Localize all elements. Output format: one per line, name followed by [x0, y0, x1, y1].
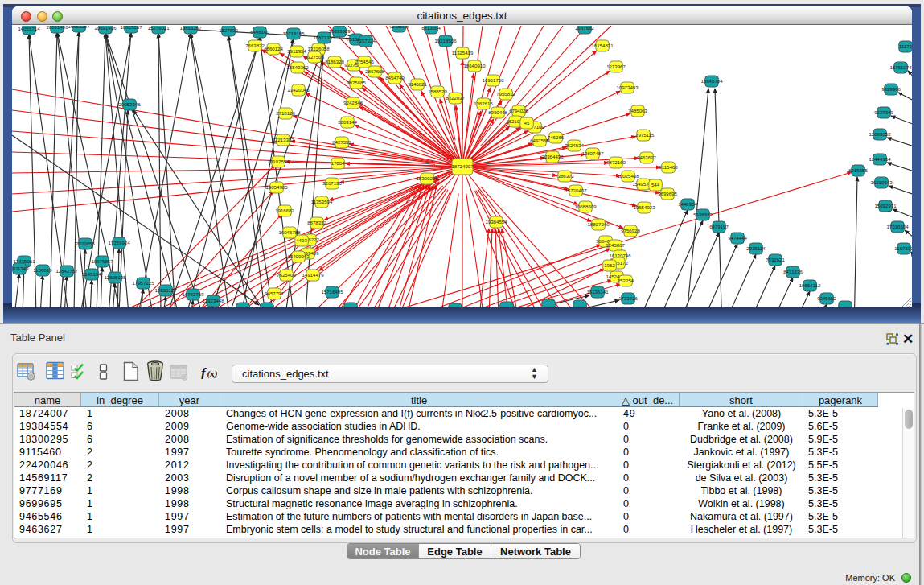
svg-text:7955812: 7955812: [496, 91, 515, 97]
svg-text:2020655: 2020655: [76, 241, 95, 246]
svg-text:19854985: 19854985: [265, 184, 288, 190]
svg-text:8215955: 8215955: [848, 167, 868, 173]
svg-text:17016504: 17016504: [886, 224, 909, 229]
svg-text:11173: 11173: [899, 43, 912, 49]
svg-text:2718126: 2718126: [276, 110, 295, 116]
svg-text:7625402: 7625402: [277, 272, 296, 278]
svg-text:16543362: 16543362: [286, 64, 309, 70]
svg-text:15409943: 15409943: [287, 253, 310, 259]
svg-text:11325419: 11325419: [452, 50, 474, 56]
svg-text:9218508: 9218508: [389, 26, 409, 29]
svg-text:8186328: 8186328: [325, 59, 344, 64]
svg-text:746266: 746266: [548, 134, 565, 140]
svg-text:1145194: 1145194: [82, 271, 101, 277]
svg-text:9227349: 9227349: [874, 109, 893, 115]
svg-text:1362615: 1362615: [474, 101, 493, 106]
svg-text:15136141: 15136141: [586, 289, 609, 295]
svg-text:23420046: 23420046: [287, 87, 310, 93]
svg-text:10688609: 10688609: [574, 204, 597, 209]
svg-text:7663822: 7663822: [245, 43, 265, 48]
svg-text:10973493: 10973493: [616, 84, 639, 90]
svg-text:8878332: 8878332: [307, 220, 326, 225]
svg-text:9474444: 9474444: [728, 235, 747, 241]
svg-text:16782759: 16782759: [182, 291, 204, 297]
svg-text:14914479: 14914479: [302, 272, 324, 278]
svg-text:9699695: 9699695: [658, 191, 677, 196]
svg-text:1440954: 1440954: [678, 201, 697, 207]
svg-text:4493: 4493: [296, 237, 307, 243]
svg-text:8454749: 8454749: [385, 75, 405, 80]
svg-text:1167531: 1167531: [894, 245, 912, 251]
svg-text:16961758: 16961758: [482, 77, 504, 83]
svg-text:19384554: 19384554: [485, 219, 507, 225]
svg-text:12975115: 12975115: [633, 132, 655, 138]
svg-text:9872160: 9872160: [606, 159, 626, 165]
svg-text:10107554: 10107554: [267, 159, 290, 164]
svg-text:1733426: 1733426: [618, 295, 638, 301]
svg-text:45: 45: [524, 120, 530, 126]
svg-text:1588520: 1588520: [428, 89, 447, 94]
svg-text:7386372: 7386372: [555, 173, 574, 179]
svg-text:10025438: 10025438: [617, 173, 639, 179]
svg-text:8471676: 8471676: [783, 269, 803, 274]
svg-text:9463627: 9463627: [637, 154, 656, 160]
svg-text:1952: 1952: [604, 262, 615, 268]
svg-text:20691406: 20691406: [94, 26, 117, 31]
svg-text:1156819: 1156819: [33, 267, 52, 273]
svg-text:12923448: 12923448: [202, 298, 224, 303]
svg-text:13226058: 13226058: [307, 46, 330, 51]
svg-text:20364436: 20364436: [541, 154, 564, 159]
svg-text:16046788: 16046788: [278, 229, 301, 235]
svg-text:16653287: 16653287: [68, 26, 90, 29]
svg-text:10655267: 10655267: [120, 26, 142, 30]
svg-text:10654112: 10654112: [799, 282, 821, 288]
svg-text:10958107: 10958107: [154, 287, 177, 293]
svg-text:19218506: 19218506: [434, 38, 457, 43]
svg-text:16648784: 16648784: [700, 78, 723, 84]
svg-text:15692971: 15692971: [874, 203, 897, 208]
svg-text:3875685: 3875685: [347, 80, 366, 85]
svg-text:9146821: 9146821: [408, 81, 427, 87]
svg-text:7485063: 7485063: [628, 108, 647, 113]
svg-text:12213383: 12213383: [272, 137, 294, 142]
svg-text:10807487: 10807487: [581, 150, 604, 156]
svg-text:17957225: 17957225: [132, 280, 154, 286]
svg-text:10719185: 10719185: [282, 31, 305, 36]
svg-text:18807249: 18807249: [587, 221, 610, 227]
svg-text:17004: 17004: [331, 160, 346, 166]
svg-text:20091406: 20091406: [46, 26, 68, 30]
svg-text:17359924: 17359924: [108, 240, 130, 245]
svg-text:18300295: 18300295: [416, 175, 438, 181]
svg-text:9115460: 9115460: [659, 164, 678, 170]
svg-text:2087682: 2087682: [575, 26, 594, 31]
svg-text:(x): (x): [207, 369, 218, 379]
svg-text:7632621: 7632621: [766, 257, 785, 262]
svg-text:5938923: 5938923: [693, 212, 713, 217]
svg-text:12842757: 12842757: [55, 268, 78, 274]
svg-text:16154831: 16154831: [591, 43, 614, 48]
svg-text:2754546: 2754546: [355, 59, 374, 64]
svg-text:6794028: 6794028: [509, 108, 528, 113]
svg-text:8813054: 8813054: [421, 26, 441, 31]
svg-text:3912954: 3912954: [287, 48, 306, 54]
svg-text:3911943: 3911943: [12, 266, 29, 271]
svg-text:9457791: 9457791: [265, 290, 284, 296]
svg-text:9327505: 9327505: [305, 54, 324, 60]
svg-text:1916682: 1916682: [275, 208, 294, 213]
svg-text:18640910: 18640910: [463, 63, 486, 68]
svg-text:8322037: 8322037: [446, 95, 465, 101]
svg-text:16033809: 16033809: [328, 28, 351, 34]
svg-text:15751074: 15751074: [889, 64, 912, 70]
svg-text:2867608: 2867608: [365, 68, 384, 74]
svg-text:11353594: 11353594: [311, 199, 333, 204]
svg-text:12444154: 12444154: [869, 156, 891, 162]
svg-text:1213967: 1213967: [606, 64, 626, 69]
svg-text:2935114: 2935114: [746, 245, 766, 251]
svg-text:16671355: 16671355: [313, 35, 335, 40]
svg-text:252254: 252254: [618, 278, 634, 283]
svg-text:15716485: 15716485: [321, 289, 343, 295]
svg-text:2803144: 2803144: [338, 119, 357, 125]
svg-text:12505135: 12505135: [104, 274, 126, 280]
svg-text:15276021: 15276021: [147, 26, 170, 31]
svg-text:6479197: 6479197: [709, 224, 729, 229]
